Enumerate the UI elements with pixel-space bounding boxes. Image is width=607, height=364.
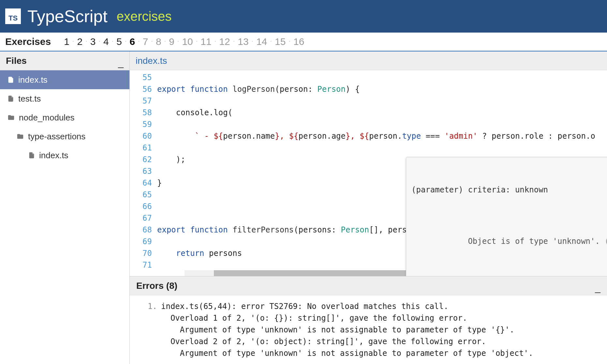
line-number: 58	[130, 107, 152, 119]
line-number: 56	[130, 83, 152, 95]
error-index: 2.	[144, 362, 157, 364]
file-test-ts[interactable]: test.ts	[0, 89, 129, 108]
ts-logo-icon: TS	[5, 8, 21, 24]
editor-tab[interactable]: index.ts	[136, 56, 167, 66]
line-number: 71	[130, 259, 152, 271]
errors-header: Errors (8) _	[130, 276, 607, 295]
file-index-ts[interactable]: index.ts	[0, 146, 129, 165]
file-tree: index.tstest.tsnode_modulestype-assertio…	[0, 70, 129, 165]
exercise-separator: ·	[72, 37, 74, 45]
errors-title: Errors (8)	[136, 281, 177, 291]
line-number: 67	[130, 212, 152, 224]
exercise-16[interactable]: 16	[293, 36, 304, 47]
exercise-6[interactable]: 6	[129, 36, 135, 47]
exercise-10[interactable]: 10	[182, 36, 193, 47]
app-header: TS TypeScript exercises	[0, 0, 607, 33]
exercise-14[interactable]: 14	[256, 36, 267, 47]
file-icon	[7, 95, 14, 102]
exercise-separator: ·	[138, 37, 140, 45]
errors-collapse-button[interactable]: _	[595, 282, 600, 293]
exercise-separator: ·	[98, 37, 100, 45]
folder-icon	[16, 133, 24, 140]
folder-type-assertions[interactable]: type-assertions	[0, 127, 129, 146]
exercise-1[interactable]: 1	[64, 36, 69, 47]
tree-item-label: index.ts	[39, 150, 68, 161]
exercise-separator: ·	[196, 37, 198, 45]
exercise-separator: ·	[112, 37, 114, 45]
exercise-3[interactable]: 3	[90, 36, 96, 47]
error-index: 1.	[144, 301, 157, 359]
line-number: 61	[130, 142, 152, 154]
line-number: 60	[130, 130, 152, 142]
hover-error-msg: Object is of type 'unknown'. (2571)	[411, 224, 607, 259]
line-number: 62	[130, 154, 152, 165]
editor-tab-bar: index.ts	[130, 51, 607, 70]
exercise-5[interactable]: 5	[116, 36, 122, 47]
tree-item-label: test.ts	[18, 94, 41, 104]
exercise-9[interactable]: 9	[169, 36, 174, 47]
files-header: Files _	[0, 51, 129, 70]
line-number: 63	[130, 165, 152, 177]
tree-item-label: node_modules	[19, 113, 75, 123]
exercise-13[interactable]: 13	[238, 36, 248, 47]
exercise-7[interactable]: 7	[143, 36, 148, 47]
exercise-list: 1·2·3·4·5·6·7·8·9·10·11·12·13·14·15·16	[64, 36, 304, 47]
errors-list[interactable]: 1.index.ts(65,44): error TS2769: No over…	[130, 295, 607, 364]
logo-subtitle: exercises	[117, 9, 172, 24]
folder-node_modules[interactable]: node_modules	[0, 108, 129, 127]
error-text: index.ts(65,44): error TS2769: No overlo…	[161, 301, 533, 359]
file-icon	[28, 152, 35, 159]
line-number: 66	[130, 201, 152, 212]
exercise-8[interactable]: 8	[156, 36, 161, 47]
hover-tooltip: (parameter) criteria: unknown Object is …	[406, 157, 607, 276]
exercise-4[interactable]: 4	[103, 36, 109, 47]
line-number: 68	[130, 224, 152, 236]
exercise-separator: ·	[233, 37, 235, 45]
exercise-separator: ·	[151, 37, 153, 45]
exercise-12[interactable]: 12	[219, 36, 230, 47]
line-number: 70	[130, 247, 152, 259]
exercise-2[interactable]: 2	[77, 36, 82, 47]
hover-signature: (parameter) criteria: unknown	[411, 184, 607, 196]
exercise-15[interactable]: 15	[275, 36, 286, 47]
file-icon	[7, 76, 14, 83]
errors-panel: Errors (8) _ 1.index.ts(65,44): error TS…	[130, 276, 607, 364]
exercise-separator: ·	[215, 37, 216, 45]
files-collapse-button[interactable]: _	[118, 57, 124, 68]
exercises-bar: Exercises 1·2·3·4·5·6·7·8·9·10·11·12·13·…	[0, 33, 607, 51]
file-index-ts[interactable]: index.ts	[0, 70, 129, 89]
exercises-label: Exercises	[5, 36, 51, 47]
files-title: Files	[6, 56, 27, 66]
exercise-separator: ·	[125, 37, 127, 45]
error-item[interactable]: 1.index.ts(65,44): error TS2769: No over…	[144, 301, 599, 359]
line-gutter: 5556575859606162636465666768697071	[130, 70, 157, 276]
tree-item-label: index.ts	[18, 75, 48, 85]
line-number: 59	[130, 119, 152, 130]
code-editor[interactable]: 5556575859606162636465666768697071 expor…	[130, 70, 607, 276]
line-number: 64	[130, 177, 152, 189]
exercise-separator: ·	[289, 37, 290, 45]
exercise-separator: ·	[164, 37, 166, 45]
line-number: 57	[130, 95, 152, 107]
tree-item-label: type-assertions	[28, 132, 85, 142]
files-sidebar: Files _ index.tstest.tsnode_modulestype-…	[0, 51, 130, 364]
exercise-separator: ·	[85, 37, 87, 45]
code-area[interactable]: export function logPerson(person: Person…	[157, 70, 607, 276]
logo-text: TypeScript	[27, 7, 108, 26]
line-number: 69	[130, 236, 152, 247]
line-number: 65	[130, 189, 152, 201]
folder-icon	[7, 114, 15, 121]
error-item[interactable]: 2.index.ts(67,46): error TS2571: Object …	[144, 362, 599, 364]
exercise-separator: ·	[252, 37, 254, 45]
exercise-separator: ·	[177, 37, 179, 45]
exercise-separator: ·	[270, 37, 272, 45]
error-text: index.ts(67,46): error TS2571: Object is…	[161, 362, 439, 364]
line-number: 55	[130, 72, 152, 83]
exercise-11[interactable]: 11	[200, 36, 211, 47]
